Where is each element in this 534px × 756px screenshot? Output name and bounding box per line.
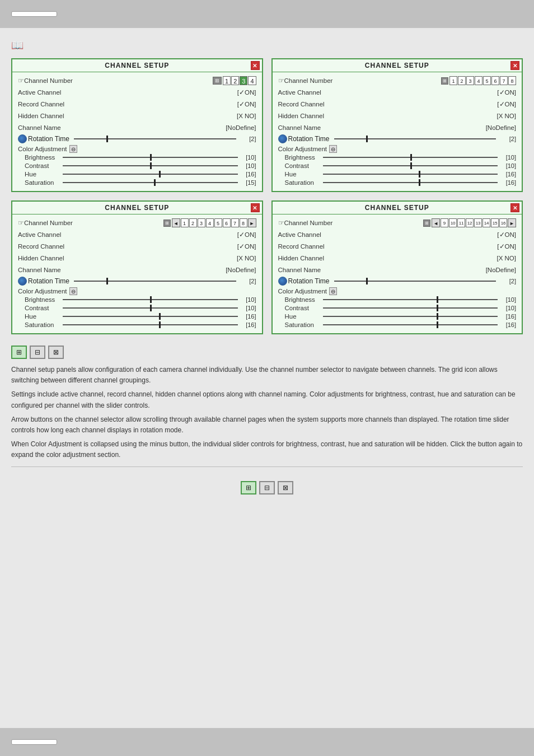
record-channel-label-3: Record Channel — [18, 243, 68, 250]
ch-4-15[interactable]: 15 — [491, 218, 499, 227]
ch-right-arrow-3[interactable]: ► — [248, 218, 256, 227]
channel-panel-4: CHANNEL SETUP ✕ ☞Channel Number ⊞ ◄ 9 10… — [271, 200, 523, 334]
ch-4-11[interactable]: 11 — [457, 218, 465, 227]
contrast-slider-1[interactable] — [63, 165, 238, 166]
ch-2[interactable]: 2 — [231, 76, 239, 85]
ch-2-6[interactable]: 6 — [491, 76, 499, 85]
hue-label-2: Hue — [278, 171, 320, 178]
contrast-slider-2[interactable] — [323, 165, 498, 166]
contrast-slider-3[interactable] — [63, 307, 238, 309]
hue-slider-4[interactable] — [323, 316, 498, 317]
channel-grid-icon-4: ⊞ — [423, 220, 430, 227]
contrast-row-1: Contrast [10] — [18, 162, 256, 169]
channel-name-label-3: Channel Name — [18, 267, 68, 273]
ch-2-4[interactable]: 4 — [475, 76, 483, 85]
color-adj-minus-4[interactable]: ⊖ — [329, 287, 337, 295]
ch-2-1[interactable]: 1 — [449, 76, 457, 85]
contrast-slider-4[interactable] — [323, 307, 498, 309]
active-channel-label-3: Active Channel — [18, 231, 68, 238]
active-channel-row-1: Active Channel [✓ON] — [18, 87, 256, 97]
brightness-slider-1[interactable] — [63, 157, 238, 158]
ch-2-8[interactable]: 8 — [508, 76, 516, 85]
ch-right-arrow-4[interactable]: ► — [508, 218, 516, 227]
channel-selector-1[interactable]: ⊞ 1 2 3 4 — [213, 76, 256, 85]
contrast-row-2: Contrast [10] — [278, 162, 517, 169]
ch-3-3[interactable]: 3 — [198, 218, 205, 227]
color-adj-label-2: Color Adjustment — [278, 146, 327, 152]
brightness-slider-3[interactable] — [63, 299, 238, 300]
saturation-slider-4[interactable] — [323, 324, 498, 325]
ch-3-7[interactable]: 7 — [231, 218, 239, 227]
brightness-value-4: [10] — [500, 296, 516, 303]
channel-number-row-3: ☞Channel Number ⊞ ◄ 1 2 3 4 5 6 7 8 ► — [18, 218, 256, 228]
contrast-label-2: Contrast — [278, 162, 320, 169]
color-adj-minus-3[interactable]: ⊖ — [69, 287, 77, 295]
saturation-row-3: Saturation [16] — [18, 321, 256, 328]
active-channel-value-1: [✓ON] — [237, 88, 256, 96]
panel-header-4: CHANNEL SETUP ✕ — [273, 202, 522, 214]
hue-slider-1[interactable] — [63, 174, 238, 175]
saturation-value-4: [16] — [500, 321, 516, 328]
ch-4-16[interactable]: 16 — [499, 218, 507, 227]
ch-3-6[interactable]: 6 — [223, 218, 231, 227]
saturation-slider-1[interactable] — [63, 182, 238, 183]
ch-1[interactable]: 1 — [223, 76, 231, 85]
panel-title-2: CHANNEL SETUP — [365, 62, 429, 69]
brightness-slider-4[interactable] — [323, 299, 498, 300]
panel-close-3[interactable]: ✕ — [251, 203, 260, 212]
color-adj-minus-1[interactable]: ⊖ — [69, 145, 77, 153]
channel-name-row-2: Channel Name [NoDefine] — [278, 123, 517, 133]
rotation-value-1: [2] — [241, 136, 256, 142]
hidden-channel-value-2: [X NO] — [496, 113, 516, 119]
channel-grid-icon-1: ⊞ — [213, 77, 222, 85]
panel-close-4[interactable]: ✕ — [510, 203, 519, 212]
brightness-label-1: Brightness — [18, 154, 60, 161]
ch-2-2[interactable]: 2 — [458, 76, 466, 85]
ch-2-7[interactable]: 7 — [500, 76, 508, 85]
ch-3-5[interactable]: 5 — [214, 218, 222, 227]
channel-name-value-3: [NoDefine] — [226, 267, 256, 273]
grid-icon-btn-16b[interactable]: ⊠ — [278, 481, 293, 494]
hidden-channel-label-4: Hidden Channel — [278, 255, 329, 262]
hue-slider-2[interactable] — [323, 174, 498, 175]
contrast-value-4: [10] — [500, 305, 516, 311]
record-channel-label-2: Record Channel — [278, 101, 329, 108]
ch-4-13[interactable]: 13 — [474, 218, 482, 227]
channel-selector-2[interactable]: ⊞ 1 2 3 4 5 6 7 8 — [441, 76, 516, 85]
ch-3-1[interactable]: 1 — [181, 218, 189, 227]
grid-icon-btn-16[interactable]: ⊠ — [48, 346, 64, 359]
ch-left-arrow-4[interactable]: ◄ — [432, 218, 440, 227]
text-para-3: Arrow buttons on the channel selector al… — [11, 414, 523, 436]
color-adj-minus-2[interactable]: ⊖ — [329, 145, 337, 153]
ch-2-3[interactable]: 3 — [466, 76, 474, 85]
text-para-1: Channel setup panels allow configuration… — [11, 365, 523, 386]
grid-icon-btn-4[interactable]: ⊞ — [11, 346, 27, 359]
ch-3-active[interactable]: 3 — [240, 76, 247, 85]
brightness-slider-2[interactable] — [323, 157, 498, 158]
panel-close-2[interactable]: ✕ — [510, 61, 519, 70]
channel-selector-4[interactable]: ⊞ ◄ 9 10 11 12 13 14 15 16 ► — [423, 218, 516, 227]
ch-2-5[interactable]: 5 — [483, 76, 491, 85]
grid-icon-btn-9[interactable]: ⊟ — [30, 346, 45, 359]
panels-grid: CHANNEL SETUP ✕ ☞Channel Number ⊞ 1 2 3 … — [11, 58, 523, 334]
grid-icon-btn-9b[interactable]: ⊟ — [259, 481, 275, 494]
panel-close-1[interactable]: ✕ — [251, 61, 260, 70]
ch-4-10[interactable]: 10 — [449, 218, 457, 227]
saturation-slider-3[interactable] — [63, 324, 238, 325]
ch-4-9[interactable]: 9 — [441, 218, 448, 227]
ch-4-14[interactable]: 14 — [483, 218, 490, 227]
channel-selector-3[interactable]: ⊞ ◄ 1 2 3 4 5 6 7 8 ► — [163, 218, 256, 227]
ch-left-arrow-3[interactable]: ◄ — [172, 218, 180, 227]
record-channel-row-1: Record Channel [✓ON] — [18, 99, 256, 109]
grid-icon-btn-4b[interactable]: ⊞ — [241, 481, 256, 494]
hue-slider-3[interactable] — [63, 316, 238, 317]
ch-4-12[interactable]: 12 — [466, 218, 474, 227]
ch-3-2[interactable]: 2 — [189, 218, 197, 227]
saturation-slider-2[interactable] — [323, 182, 498, 183]
hidden-channel-label-3: Hidden Channel — [18, 255, 68, 262]
book-icon: 📖 — [11, 39, 24, 52]
ch-3-8[interactable]: 8 — [240, 218, 247, 227]
brightness-label-4: Brightness — [278, 296, 320, 303]
ch-3-4[interactable]: 4 — [206, 218, 214, 227]
ch-4[interactable]: 4 — [248, 76, 256, 85]
